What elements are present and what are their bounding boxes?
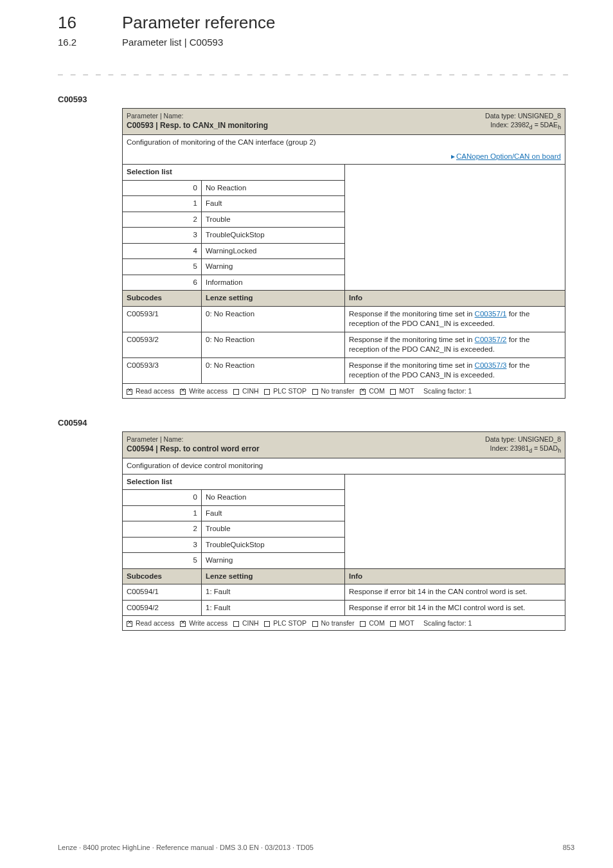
subcode-setting: 0: No Reaction [202, 332, 345, 357]
option-num: 0 [123, 490, 202, 506]
subcode-setting: 1: Fault [202, 584, 345, 601]
access-row: Read access Write access CINH PLC STOP N… [123, 383, 565, 398]
checkbox-icon [127, 621, 132, 627]
checkbox-icon [233, 389, 239, 395]
lenze-setting-header: Lenze setting [202, 291, 345, 307]
option-num: 3 [123, 228, 202, 244]
data-type: Data type: UNSIGNED_8 [349, 435, 562, 444]
checkbox-icon [233, 621, 239, 627]
triangle-icon: ▸ [451, 152, 455, 160]
lenze-setting-header: Lenze setting [202, 568, 345, 584]
code-label: C00593 [58, 95, 574, 104]
checkbox-icon [360, 389, 366, 395]
option-text: Warning [202, 553, 345, 569]
checkbox-icon [390, 621, 396, 627]
option-text: Information [202, 275, 345, 291]
divider: _ _ _ _ _ _ _ _ _ _ _ _ _ _ _ _ _ _ _ _ … [58, 66, 574, 75]
checkbox-icon [180, 389, 186, 395]
subcode-info: Response if error bit 14 in the CAN cont… [345, 584, 565, 601]
section-number: 16.2 [58, 37, 122, 48]
section-heading: 16.2Parameter list | C00593 [58, 37, 574, 48]
subcode-setting: 1: Fault [202, 600, 345, 616]
subcode-id: C00593/3 [123, 357, 202, 383]
data-type: Data type: UNSIGNED_8 [349, 111, 562, 120]
option-num: 1 [123, 505, 202, 521]
subcodes-header: Subcodes [123, 568, 202, 584]
config-description: Configuration of device control monitori… [123, 458, 565, 475]
selection-list-header: Selection list [123, 165, 345, 181]
access-row: Read access Write access CINH PLC STOP N… [123, 616, 565, 631]
chapter-heading: 16Parameter reference [58, 13, 574, 33]
subcode-info: Response if error bit 14 in the MCI cont… [345, 600, 565, 616]
option-num: 6 [123, 275, 202, 291]
checkbox-icon [180, 621, 186, 627]
option-num: 1 [123, 196, 202, 212]
section-title: Parameter list | C00593 [122, 37, 223, 48]
option-num: 0 [123, 180, 202, 196]
subcode-id: C00593/1 [123, 306, 202, 332]
checkbox-icon [312, 389, 318, 395]
info-header: Info [345, 291, 565, 307]
subcode-setting: 0: No Reaction [202, 306, 345, 332]
index: Index: 23981d = 5DADh [349, 444, 562, 455]
subcodes-header: Subcodes [123, 291, 202, 307]
param-name: C00593 | Resp. to CANx_IN monitoring [127, 120, 341, 131]
subcode-id: C00594/1 [123, 584, 202, 601]
parameter-table-c00593: Parameter | Name: C00593 | Resp. to CANx… [122, 108, 565, 399]
checkbox-icon [312, 621, 318, 627]
footer-page-number: 853 [563, 844, 574, 851]
chapter-title: Parameter reference [122, 13, 275, 32]
option-num: 3 [123, 537, 202, 553]
checkbox-icon [127, 389, 132, 395]
option-text: TroubleQuickStop [202, 228, 345, 244]
option-text: Warning [202, 259, 345, 275]
param-name-label: Parameter | Name: [127, 111, 341, 120]
code-label: C00594 [58, 418, 574, 428]
option-text: TroubleQuickStop [202, 537, 345, 553]
option-text: WarningLocked [202, 243, 345, 259]
footer-left: Lenze · 8400 protec HighLine · Reference… [58, 844, 314, 851]
parameter-table-c00594: Parameter | Name: C00594 | Resp. to cont… [122, 431, 565, 631]
ref-link[interactable]: C00357/2 [475, 336, 507, 343]
checkbox-icon [390, 389, 396, 395]
index: Index: 23982d = 5DAEh [349, 120, 562, 132]
subcode-setting: 0: No Reaction [202, 357, 345, 383]
info-header: Info [345, 568, 565, 584]
ref-link[interactable]: C00357/1 [475, 310, 507, 318]
checkbox-icon [264, 621, 270, 627]
subcode-id: C00594/2 [123, 600, 202, 616]
selection-list-header: Selection list [123, 474, 345, 490]
subcode-id: C00593/2 [123, 332, 202, 357]
option-text: Fault [202, 196, 345, 212]
param-name: C00594 | Resp. to control word error [127, 444, 341, 454]
checkbox-icon [360, 621, 366, 627]
option-num: 4 [123, 243, 202, 259]
option-num: 2 [123, 521, 202, 538]
option-text: Trouble [202, 212, 345, 228]
option-text: No Reaction [202, 490, 345, 506]
option-text: Fault [202, 505, 345, 521]
checkbox-icon [264, 389, 270, 395]
canopen-link[interactable]: CANopen Option/CAN on board [456, 152, 561, 160]
option-num: 5 [123, 259, 202, 275]
subcode-info: Response if the monitoring time set in C… [345, 332, 565, 357]
option-text: Trouble [202, 521, 345, 538]
subcode-info: Response if the monitoring time set in C… [345, 357, 565, 383]
param-name-label: Parameter | Name: [127, 435, 341, 444]
chapter-number: 16 [58, 13, 122, 33]
option-num: 5 [123, 553, 202, 569]
subcode-info: Response if the monitoring time set in C… [345, 306, 565, 332]
ref-link[interactable]: C00357/3 [475, 361, 507, 369]
option-text: No Reaction [202, 180, 345, 196]
option-num: 2 [123, 212, 202, 228]
config-description: Configuration of monitoring of the CAN i… [127, 138, 561, 148]
